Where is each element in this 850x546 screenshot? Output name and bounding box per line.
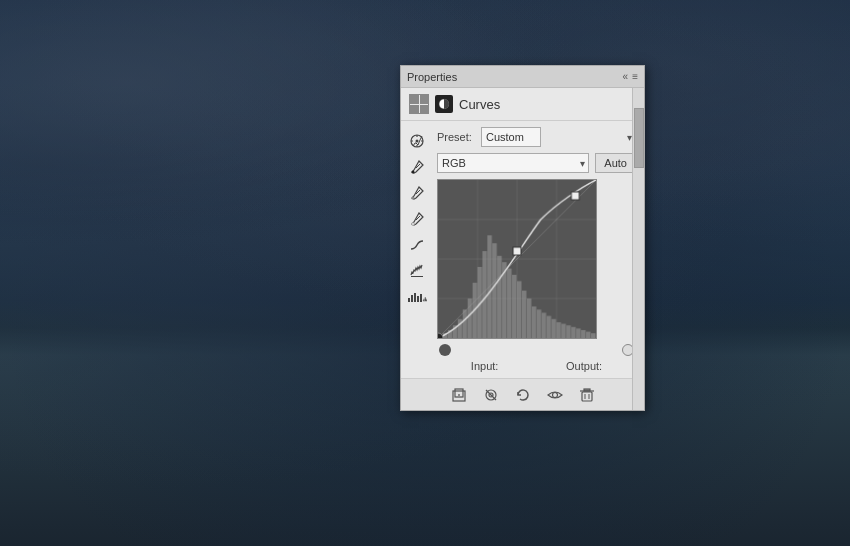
trash-icon (579, 387, 595, 403)
svg-rect-16 (411, 295, 413, 302)
scrollbar-thumb[interactable] (634, 108, 644, 168)
svg-rect-27 (582, 392, 592, 401)
black-eyedropper-tool[interactable] (405, 155, 429, 179)
curve-edit-tool[interactable] (405, 233, 429, 257)
layer-type-icon (435, 95, 453, 113)
collapse-button[interactable]: « (623, 72, 629, 82)
pencil-icon (409, 263, 425, 279)
svg-rect-18 (417, 296, 419, 302)
channel-row: RGB Red Green Blue Auto (437, 153, 636, 173)
svg-point-11 (412, 197, 415, 200)
white-eyedropper-tool[interactable] (405, 207, 429, 231)
panel-layer-label: Curves (459, 97, 500, 112)
target-icon (409, 133, 425, 149)
main-content: Preset: Custom RGB Red Green Blue (433, 127, 644, 372)
eyedropper-white-icon (409, 211, 425, 227)
panel-header: Curves (401, 88, 644, 121)
pencil-draw-tool[interactable] (405, 259, 429, 283)
svg-rect-15 (408, 298, 410, 302)
panel-title: Properties (407, 71, 457, 83)
histogram-icon: ! (407, 289, 427, 305)
svg-rect-19 (420, 294, 422, 302)
visibility-button[interactable] (544, 384, 566, 406)
preset-select[interactable]: Custom (481, 127, 541, 147)
clip-icon (451, 387, 467, 403)
curve-line-icon (409, 237, 425, 253)
panel-titlebar: Properties « ≡ (401, 66, 644, 88)
auto-button[interactable]: Auto (595, 153, 636, 173)
target-adjustment-tool[interactable] (405, 129, 429, 153)
io-row: Input: Output: (437, 360, 636, 372)
preset-select-wrapper: Custom (481, 127, 636, 147)
panel-bottom-toolbar (401, 378, 644, 410)
svg-point-7 (416, 140, 419, 143)
curves-icon (438, 98, 450, 110)
eye-icon (547, 387, 563, 403)
clip-to-layer-button[interactable] (448, 384, 470, 406)
eyedropper-black-icon (409, 159, 425, 175)
channel-select[interactable]: RGB Red Green Blue (437, 153, 589, 173)
channel-select-wrapper: RGB Red Green Blue (437, 153, 589, 173)
curves-graph[interactable] (437, 179, 597, 339)
eye-slash-icon (483, 387, 499, 403)
layer-panel-icon[interactable] (409, 94, 429, 114)
svg-rect-17 (414, 293, 416, 302)
gray-eyedropper-tool[interactable] (405, 181, 429, 205)
black-point-slider[interactable] (439, 344, 451, 356)
svg-point-26 (552, 392, 557, 397)
svg-point-9 (412, 171, 415, 174)
preset-row: Preset: Custom (437, 127, 636, 147)
panel-body: ! Preset: Custom RGB Red (401, 121, 644, 378)
previous-state-button[interactable] (480, 384, 502, 406)
output-label: Output: (566, 360, 602, 372)
reset-button[interactable] (512, 384, 534, 406)
curves-graph-container (437, 179, 636, 342)
input-label: Input: (471, 360, 499, 372)
titlebar-controls: « ≡ (623, 72, 638, 82)
eyedropper-gray-icon (409, 185, 425, 201)
panel-menu-icon[interactable]: ≡ (632, 72, 638, 82)
preset-label: Preset: (437, 131, 475, 143)
properties-panel: Properties « ≡ Curves (400, 65, 645, 411)
titlebar-left: Properties (407, 71, 457, 83)
delete-layer-button[interactable] (576, 384, 598, 406)
panel-scrollbar[interactable] (632, 88, 644, 410)
left-toolbar: ! (401, 127, 433, 372)
svg-point-13 (412, 223, 415, 226)
histogram-warning-tool[interactable]: ! (405, 285, 429, 309)
reset-icon (515, 387, 531, 403)
black-white-point-row (437, 344, 636, 356)
